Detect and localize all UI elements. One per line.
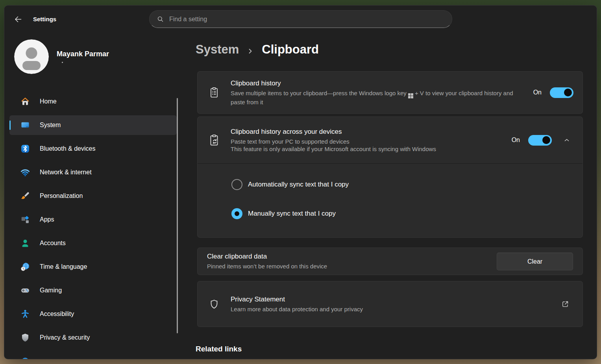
sidebar-item-bluetooth-devices[interactable]: Bluetooth & devices bbox=[9, 139, 177, 159]
card-title: Clipboard history across your devices bbox=[231, 128, 504, 136]
radio-button-unselected[interactable] bbox=[231, 179, 242, 190]
toggle-state-label: On bbox=[512, 137, 520, 144]
card-note: This feature is only available if your M… bbox=[231, 145, 504, 153]
sidebar-item-accounts[interactable]: Accounts bbox=[9, 233, 177, 253]
radio-button-selected[interactable] bbox=[231, 208, 242, 219]
sidebar-item-network-internet[interactable]: Network & internet bbox=[9, 163, 177, 182]
toggle-knob bbox=[542, 136, 550, 144]
profile[interactable]: Mayank Parmar bbox=[14, 39, 109, 74]
card-description: Save multiple items to your clipboard—pr… bbox=[231, 89, 514, 106]
sidebar-item-label: Network & internet bbox=[40, 169, 92, 176]
sidebar-item-accessibility[interactable]: Accessibility bbox=[9, 304, 177, 324]
search-box[interactable] bbox=[149, 10, 452, 28]
card-description: Paste text from your PC to supported dev… bbox=[231, 138, 504, 145]
profile-name: Mayank Parmar bbox=[57, 50, 109, 58]
breadcrumb: System Clipboard bbox=[196, 42, 319, 57]
sidebar-item-personalization[interactable]: Personalization bbox=[9, 186, 177, 206]
sidebar-item-label: Gaming bbox=[40, 287, 62, 294]
network-icon bbox=[20, 167, 30, 177]
sidebar-scrollbar[interactable] bbox=[177, 98, 178, 333]
toggle-state-label: On bbox=[533, 89, 542, 96]
shield-icon bbox=[209, 298, 220, 310]
gaming-icon bbox=[20, 285, 30, 296]
sidebar-item-label: Personalization bbox=[40, 192, 83, 200]
time-language-icon bbox=[20, 262, 30, 272]
chevron-up-icon bbox=[563, 136, 571, 144]
clipboard-history-card: Clipboard history Save multiple items to… bbox=[197, 71, 583, 114]
divider bbox=[198, 163, 583, 164]
sidebar-item-apps[interactable]: Apps bbox=[9, 210, 177, 229]
sidebar: Mayank Parmar Home bbox=[4, 6, 182, 359]
external-link-button[interactable] bbox=[557, 296, 573, 312]
accessibility-icon bbox=[20, 309, 30, 319]
windows-logo-icon bbox=[408, 93, 413, 98]
search-input[interactable] bbox=[169, 16, 446, 23]
sidebar-item-label: System bbox=[40, 122, 61, 129]
sidebar-item-time-language[interactable]: Time & language bbox=[9, 257, 177, 277]
clear-button[interactable]: Clear bbox=[497, 253, 573, 270]
windows-update-icon bbox=[20, 356, 30, 359]
avatar bbox=[14, 39, 49, 74]
breadcrumb-parent[interactable]: System bbox=[196, 42, 239, 57]
chevron-right-icon bbox=[247, 45, 253, 54]
system-icon bbox=[20, 120, 30, 130]
radio-option-auto-sync[interactable]: Automatically sync text that I copy bbox=[231, 177, 349, 192]
card-title: Privacy Statement bbox=[231, 296, 575, 303]
privacy-statement-card[interactable]: Privacy Statement Learn more about data … bbox=[197, 281, 583, 327]
bluetooth-icon bbox=[20, 144, 30, 154]
card-description: Pinned items won’t be removed on this de… bbox=[207, 262, 490, 270]
radio-option-manual-sync[interactable]: Manually sync text that I copy bbox=[231, 207, 336, 221]
external-link-icon bbox=[561, 300, 570, 309]
profile-subtitle-dot bbox=[62, 62, 63, 63]
sidebar-item-label: Accounts bbox=[40, 240, 66, 247]
apps-icon bbox=[20, 214, 30, 225]
sidebar-item-label: Time & language bbox=[40, 263, 87, 270]
sidebar-item-gaming[interactable]: Gaming bbox=[9, 281, 177, 300]
privacy-security-icon bbox=[20, 333, 30, 343]
selected-accent-bar bbox=[9, 120, 11, 130]
sidebar-item-privacy-security[interactable]: Privacy & security bbox=[9, 328, 177, 347]
clipboard-sync-toggle[interactable] bbox=[528, 135, 552, 146]
clipboard-list-icon bbox=[208, 87, 220, 98]
sidebar-item-system[interactable]: System bbox=[9, 115, 177, 135]
card-title: Clipboard history bbox=[231, 79, 525, 87]
sidebar-item-label: Bluetooth & devices bbox=[40, 145, 95, 152]
page-title: Clipboard bbox=[262, 42, 319, 57]
toggle-knob bbox=[564, 89, 572, 96]
sidebar-item-label: Privacy & security bbox=[40, 334, 90, 341]
clear-clipboard-card: Clear clipboard data Pinned items won’t … bbox=[197, 248, 583, 275]
clipboard-sync-icon bbox=[208, 134, 220, 146]
sidebar-item-windows-update[interactable] bbox=[9, 351, 177, 359]
settings-window: Settings Mayank Parmar bbox=[4, 5, 597, 359]
radio-label: Manually sync text that I copy bbox=[248, 207, 336, 221]
radio-label: Automatically sync text that I copy bbox=[248, 177, 349, 192]
related-links-heading: Related links bbox=[196, 345, 242, 353]
accounts-icon bbox=[20, 238, 30, 248]
clipboard-sync-card: Clipboard history across your devices Pa… bbox=[197, 116, 583, 238]
sidebar-item-label: Apps bbox=[40, 216, 54, 223]
clipboard-history-toggle[interactable] bbox=[550, 87, 573, 98]
collapse-button[interactable] bbox=[560, 134, 573, 146]
sidebar-item-label: Home bbox=[40, 98, 57, 105]
home-icon bbox=[20, 96, 30, 107]
personalization-icon bbox=[20, 191, 30, 201]
related-links-card-partial bbox=[197, 359, 583, 359]
sidebar-item-home[interactable]: Home bbox=[9, 92, 177, 111]
card-description: Learn more about data protection and you… bbox=[231, 305, 514, 313]
sidebar-item-label: Accessibility bbox=[40, 310, 74, 318]
sidebar-nav: Home System bbox=[9, 92, 177, 359]
